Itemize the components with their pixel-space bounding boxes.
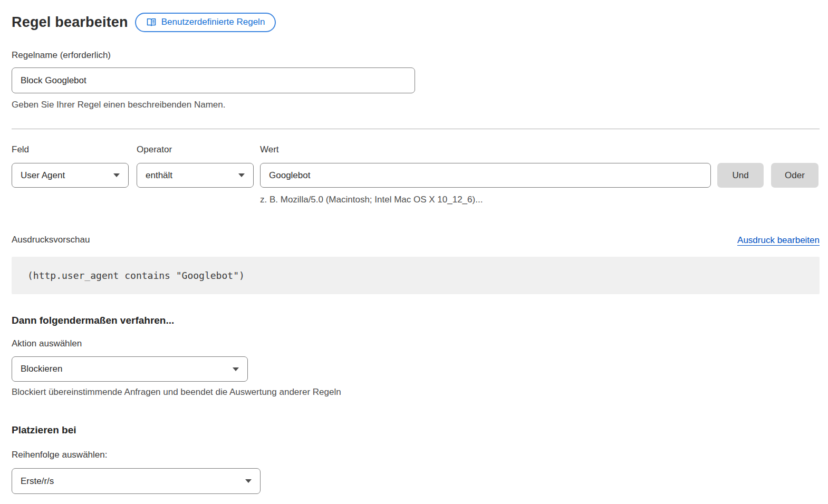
- field-label: Feld: [12, 144, 129, 156]
- or-button[interactable]: Oder: [771, 163, 819, 188]
- operator-select[interactable]: enthält: [137, 163, 254, 188]
- custom-rules-badge-label: Benutzerdefinierte Regeln: [161, 17, 265, 27]
- placement-select-value: Erste/r/s: [21, 476, 54, 487]
- chevron-down-icon: [238, 173, 245, 177]
- action-select-value: Blockieren: [21, 364, 62, 374]
- field-select-value: User Agent: [21, 170, 65, 181]
- expression-code-block: (http.user_agent contains "Googlebot"): [12, 257, 820, 294]
- field-select[interactable]: User Agent: [12, 163, 129, 188]
- operator-label: Operator: [137, 144, 254, 156]
- placement-section-heading: Platzieren bei: [12, 424, 820, 437]
- rule-name-label: Regelname (erforderlich): [12, 50, 820, 61]
- rule-name-input[interactable]: [12, 67, 415, 93]
- expression-header-row: Ausdrucksvorschau Ausdruck bearbeiten: [12, 234, 820, 246]
- and-button[interactable]: Und: [717, 163, 764, 188]
- edit-expression-link[interactable]: Ausdruck bearbeiten: [737, 235, 820, 246]
- chevron-down-icon: [233, 367, 239, 371]
- edit-rule-page: Regel bearbeiten Benutzerdefinierte Rege…: [0, 0, 828, 494]
- action-section-heading: Dann folgendermaßen verfahren...: [12, 314, 820, 327]
- operator-select-value: enthält: [146, 170, 172, 181]
- rule-name-help: Geben Sie Ihrer Regel einen beschreibend…: [12, 99, 820, 110]
- placement-label: Reihenfolge auswählen:: [12, 449, 820, 461]
- placement-select[interactable]: Erste/r/s: [12, 468, 261, 494]
- value-help: z. B. Mozilla/5.0 (Macintosh; Intel Mac …: [260, 194, 820, 205]
- condition-row: Feld User Agent Operator enthält Wert Un…: [12, 144, 820, 188]
- chevron-down-icon: [245, 479, 252, 483]
- open-book-icon: [146, 17, 157, 27]
- page-title: Regel bearbeiten: [12, 12, 128, 32]
- chevron-down-icon: [113, 173, 120, 177]
- expression-code: (http.user_agent contains "Googlebot"): [27, 270, 245, 281]
- action-select[interactable]: Blockieren: [12, 356, 248, 382]
- value-column: Wert: [260, 144, 711, 188]
- custom-rules-badge-button[interactable]: Benutzerdefinierte Regeln: [135, 13, 276, 32]
- action-label: Aktion auswählen: [12, 338, 820, 350]
- action-help: Blockiert übereinstimmende Anfragen und …: [12, 386, 820, 398]
- value-input[interactable]: [260, 163, 711, 188]
- page-header: Regel bearbeiten Benutzerdefinierte Rege…: [12, 12, 820, 32]
- section-divider: [12, 129, 820, 129]
- expression-preview-label: Ausdrucksvorschau: [12, 234, 90, 246]
- operator-column: Operator enthält: [137, 144, 254, 188]
- value-label: Wert: [260, 144, 711, 156]
- field-column: Feld User Agent: [12, 144, 129, 188]
